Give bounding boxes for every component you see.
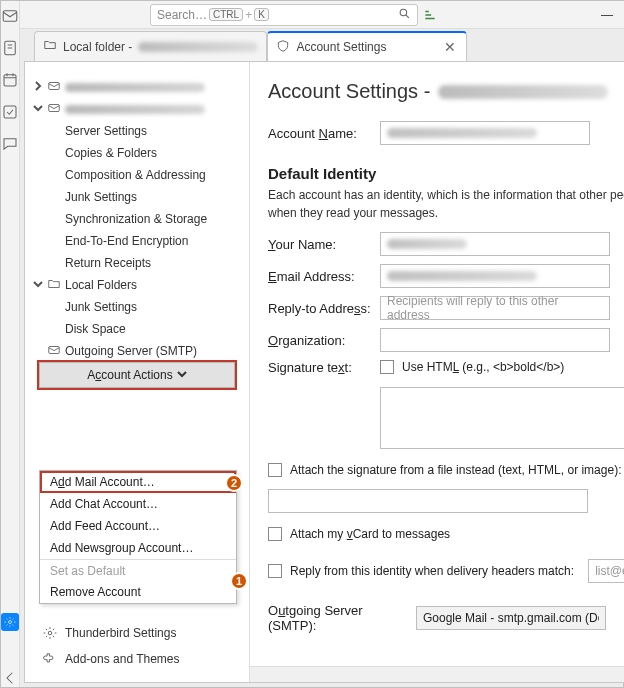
chevron-right-icon — [33, 80, 43, 94]
tree-local-folders[interactable]: Local Folders — [29, 274, 245, 296]
redacted-text — [138, 42, 258, 52]
tree-junk[interactable]: Junk Settings — [29, 186, 245, 208]
app-window: Search… CTRL + K — ▢ ✕ Local folder - — [0, 0, 624, 688]
tree-receipts[interactable]: Return Receipts — [29, 252, 245, 274]
settings-panel: Account Settings - Account Name: Default… — [250, 62, 624, 682]
svg-point-4 — [9, 621, 12, 624]
organization-input[interactable] — [380, 328, 610, 352]
chevron-down-icon — [33, 278, 43, 292]
menu-add-feed-account[interactable]: Add Feed Account… — [40, 515, 236, 537]
tree-local-disk[interactable]: Disk Space — [29, 318, 245, 340]
mail-icon[interactable] — [1, 7, 19, 25]
smtp-label: Outgoing Server (SMTP): — [268, 603, 408, 633]
use-html-label: Use HTML (e.g., <b>bold</b>) — [402, 360, 564, 374]
organization-label: Organization: — [268, 333, 372, 348]
content-area: Server Settings Copies & Folders Composi… — [24, 61, 624, 683]
tab-account-settings[interactable]: Account Settings ✕ — [267, 31, 467, 61]
menu-add-mail-account[interactable]: Add Mail Account… — [40, 471, 236, 493]
kbd-ctrl: CTRL — [209, 8, 243, 21]
horizontal-scrollbar[interactable] — [250, 666, 624, 682]
tree-composition[interactable]: Composition & Addressing — [29, 164, 245, 186]
account-row-1[interactable] — [29, 76, 245, 98]
calendar-icon[interactable] — [1, 71, 19, 89]
search-placeholder: Search… — [157, 8, 207, 22]
tree-copies-folders[interactable]: Copies & Folders — [29, 142, 245, 164]
accounts-sidebar: Server Settings Copies & Folders Composi… — [25, 62, 250, 682]
attach-signature-checkbox[interactable] — [268, 463, 282, 477]
email-label: Email Address: — [268, 269, 372, 284]
tab-strip: Local folder - Account Settings ✕ — [20, 29, 624, 61]
tab-close-icon[interactable]: ✕ — [442, 39, 458, 55]
your-name-label: Your Name: — [268, 237, 372, 252]
menu-add-chat-account[interactable]: Add Chat Account… — [40, 493, 236, 515]
reply-identity-label: Reply from this identity when delivery h… — [290, 564, 574, 578]
redacted-account — [65, 83, 205, 92]
addons-themes-link[interactable]: Add-ons and Themes — [25, 646, 249, 672]
menu-add-newsgroup-account[interactable]: Add Newsgroup Account… — [40, 537, 236, 559]
tab-settings-label: Account Settings — [296, 40, 386, 54]
svg-rect-0 — [3, 11, 17, 22]
collapse-icon[interactable] — [1, 669, 19, 687]
redacted-account — [65, 105, 205, 114]
attach-vcard-label: Attach my vCard to messages — [290, 527, 450, 541]
smtp-select[interactable]: Google Mail - smtp.gmail.com (Default) — [416, 606, 606, 630]
section-default-identity: Default Identity — [268, 165, 624, 182]
tree-sync[interactable]: Synchronization & Storage — [29, 208, 245, 230]
kbd-k: K — [254, 8, 269, 21]
tab-local-folder[interactable]: Local folder - — [34, 31, 267, 61]
page-title: Account Settings - — [268, 80, 430, 103]
address-book-icon[interactable] — [1, 39, 19, 57]
titlebar: Search… CTRL + K — ▢ ✕ — [20, 1, 624, 29]
settings-icon[interactable] — [1, 613, 19, 631]
menu-set-default: Set as Default — [40, 559, 236, 581]
reply-identity-checkbox[interactable] — [268, 564, 282, 578]
redacted-email — [438, 85, 608, 99]
svg-rect-8 — [49, 346, 60, 353]
email-input[interactable] — [380, 264, 610, 288]
svg-rect-6 — [49, 82, 60, 89]
left-rail — [1, 1, 20, 687]
signature-label: Signature text: — [268, 360, 372, 375]
minimize-button[interactable]: — — [589, 1, 624, 29]
svg-rect-3 — [4, 106, 16, 118]
use-html-checkbox[interactable] — [380, 360, 394, 374]
mail-account-icon — [47, 79, 61, 96]
attach-vcard-checkbox[interactable] — [268, 527, 282, 541]
global-search[interactable]: Search… CTRL + K — [150, 4, 418, 26]
reply-identity-input[interactable]: list@example.com — [588, 559, 624, 583]
svg-point-5 — [400, 9, 407, 16]
reply-to-label: Reply-to Address: — [268, 301, 372, 316]
status-indicator-icon[interactable] — [422, 4, 438, 26]
svg-rect-7 — [49, 104, 60, 111]
thunderbird-settings-link[interactable]: Thunderbird Settings — [25, 620, 249, 646]
tree-server-settings[interactable]: Server Settings — [29, 120, 245, 142]
identity-description: Each account has an identity, which is t… — [268, 186, 624, 222]
tasks-icon[interactable] — [1, 103, 19, 121]
send-icon — [47, 343, 61, 360]
tab-local-label: Local folder - — [63, 40, 132, 54]
tree-smtp[interactable]: Outgoing Server (SMTP) — [29, 340, 245, 362]
signature-file-input[interactable] — [268, 489, 588, 513]
your-name-input[interactable] — [380, 232, 610, 256]
chat-icon[interactable] — [1, 135, 19, 153]
account-actions-button[interactable]: Account Actions — [39, 362, 235, 388]
step-badge-1: 1 — [230, 572, 248, 590]
account-name-input[interactable] — [380, 121, 590, 145]
signature-textarea[interactable] — [380, 387, 624, 449]
folder-icon — [43, 38, 57, 55]
svg-rect-2 — [4, 75, 16, 86]
reply-to-input[interactable]: Recipients will reply to this other addr… — [380, 296, 610, 320]
chevron-down-icon — [177, 368, 187, 382]
search-icon — [398, 7, 411, 23]
chevron-down-icon — [33, 102, 43, 116]
svg-point-9 — [48, 631, 52, 635]
account-actions-menu: Add Mail Account… Add Chat Account… Add … — [39, 470, 237, 604]
step-badge-2: 2 — [225, 474, 243, 492]
shield-icon — [276, 39, 290, 56]
tree-local-junk[interactable]: Junk Settings — [29, 296, 245, 318]
account-name-label: Account Name: — [268, 126, 372, 141]
account-row-2[interactable] — [29, 98, 245, 120]
mail-account-icon — [47, 101, 61, 118]
menu-remove-account[interactable]: Remove Account — [40, 581, 236, 603]
tree-e2e[interactable]: End-To-End Encryption — [29, 230, 245, 252]
